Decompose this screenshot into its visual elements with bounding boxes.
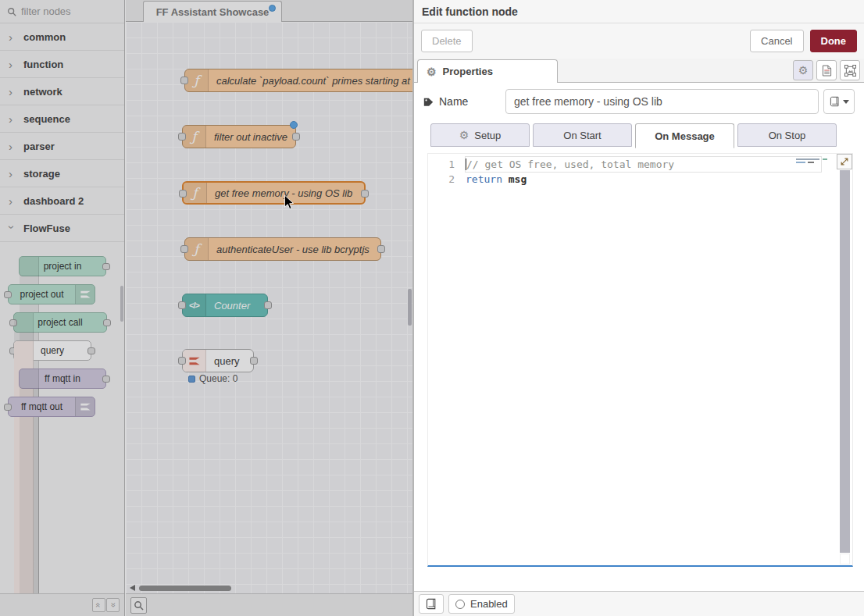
code-comment: // get OS free, used, total memory (466, 158, 674, 170)
editor-minimap (796, 158, 834, 166)
cancel-button[interactable]: Cancel (750, 30, 803, 52)
tab-setup[interactable]: ⚙ Setup (430, 123, 530, 147)
tag-icon (423, 97, 434, 107)
expand-icon (840, 157, 849, 166)
panel-icon-buttons: ⚙ (793, 60, 860, 80)
library-button[interactable] (823, 89, 855, 114)
tab-on-start[interactable]: On Start (533, 123, 632, 147)
workspace-region: › common › function › network › sequence… (0, 0, 412, 616)
tab-label: On Stop (769, 130, 806, 141)
footer-library-button[interactable] (419, 594, 444, 614)
node-properties-button[interactable]: ⚙ (793, 60, 813, 80)
name-label: Name (439, 95, 468, 108)
code-text: msg (502, 173, 527, 185)
panel-tab-row: ⚙ Properties ⚙ (414, 59, 864, 83)
panel-footer: Enabled (414, 591, 864, 616)
editor-expand-button[interactable] (837, 154, 852, 169)
circle-icon (455, 600, 465, 609)
enabled-toggle-button[interactable]: Enabled (448, 594, 515, 614)
modal-dim-overlay (0, 0, 412, 616)
book-icon (426, 598, 437, 610)
appearance-icon (844, 65, 856, 77)
function-tabs: ⚙ Setup On Start On Message On Stop (430, 123, 840, 148)
code-line-content[interactable]: return msg (466, 172, 852, 187)
properties-tab[interactable]: ⚙ Properties (417, 59, 558, 83)
name-row: Name (423, 89, 855, 114)
panel-content: Name ⚙ Setup On Start On Message (414, 83, 864, 591)
node-description-button[interactable] (816, 60, 837, 80)
code-line-2[interactable]: 2 return msg (428, 172, 852, 187)
line-number: 1 (428, 158, 466, 170)
document-icon (822, 65, 832, 77)
edit-node-panel: Edit function node Delete Cancel Done ⚙ … (412, 0, 864, 616)
tab-label: On Start (563, 130, 601, 141)
gear-icon: ⚙ (798, 65, 809, 76)
book-icon (830, 96, 840, 107)
mouse-cursor (284, 194, 295, 210)
node-red-editor: › common › function › network › sequence… (0, 0, 864, 616)
caret-down-icon (843, 100, 849, 104)
done-button[interactable]: Done (810, 30, 858, 52)
name-label-group: Name (423, 95, 505, 108)
tab-on-message[interactable]: On Message (635, 123, 734, 148)
editor-scrollbar[interactable] (840, 170, 850, 553)
line-number: 2 (428, 173, 466, 185)
gear-icon: ⚙ (459, 130, 469, 141)
tab-label: Setup (474, 130, 501, 141)
panel-button-row: Delete Cancel Done (414, 23, 864, 59)
tab-label: On Message (655, 130, 715, 142)
tab-on-stop[interactable]: On Stop (737, 123, 837, 147)
delete-button[interactable]: Delete (421, 30, 473, 52)
name-input[interactable] (505, 89, 819, 114)
code-keyword: return (466, 173, 502, 185)
panel-title: Edit function node (414, 0, 864, 23)
node-appearance-button[interactable] (840, 60, 860, 80)
code-line-1[interactable]: 1 // get OS free, used, total memory (428, 157, 852, 172)
properties-tab-label: Properties (443, 66, 493, 77)
editor-scrollbar-corner (840, 554, 850, 564)
enabled-label: Enabled (470, 598, 508, 610)
code-line-content[interactable]: // get OS free, used, total memory (466, 157, 821, 172)
gear-icon: ⚙ (427, 66, 437, 77)
code-editor[interactable]: 1 // get OS free, used, total memory 2 r… (427, 153, 853, 567)
